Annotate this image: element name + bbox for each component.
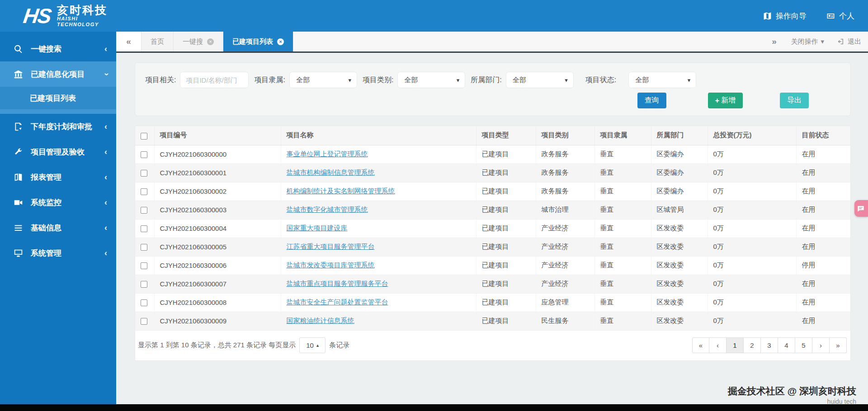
cell-department: 区发改委	[651, 256, 708, 275]
chevron-left-icon: ‹	[104, 44, 107, 54]
personal-button[interactable]: 个人	[826, 11, 854, 21]
project-name-link[interactable]: 盐城市安全生产问题处置监管平台	[287, 298, 388, 306]
tab-label: 首页	[151, 37, 164, 46]
tab-home[interactable]: 首页	[142, 32, 174, 51]
bank-icon	[14, 70, 23, 79]
filter-label-status: 项目状态:	[585, 75, 616, 85]
sidebar-item-built-info-projects[interactable]: 已建信息化项目 ‹	[0, 61, 116, 87]
chevron-left-icon: ‹	[104, 198, 107, 207]
close-operations-dropdown[interactable]: 关闭操作 ▾	[784, 32, 831, 51]
cell-project-code: CJYH2021060300007	[154, 275, 281, 293]
sidebar-item-next-year-plan[interactable]: 下年度计划和审批 ‹	[0, 114, 116, 139]
add-button[interactable]: + 新增	[708, 93, 743, 108]
page-size-select[interactable]: 10 ▴	[299, 337, 326, 353]
table-row: CJYH2021060300002 机构编制统计及实名制网络管理系统 已建项目 …	[135, 182, 850, 201]
cell-project-belong: 垂直	[594, 201, 651, 219]
project-name-link[interactable]: 盐城市重点项目服务管理服务平台	[287, 280, 388, 287]
cell-project-type: 已建项目	[476, 312, 536, 330]
cell-department: 区委编办	[651, 182, 708, 201]
column-header-invest: 总投资(万元)	[708, 126, 796, 145]
pagination-bar: 显示第 1 到第 10 条记录，总共 271 条记录 每页显示 10 ▴ 条记录…	[135, 331, 850, 360]
page-button[interactable]: 3	[761, 337, 778, 353]
caret-down-icon: ▾	[821, 37, 824, 46]
personal-label: 个人	[839, 11, 854, 21]
column-header-belong: 项目隶属	[594, 126, 651, 145]
cell-investment: 0万	[708, 293, 796, 312]
cell-project-type: 已建项目	[476, 182, 536, 201]
tabs-scroll-right-button[interactable]: »	[764, 32, 784, 51]
select-all-checkbox[interactable]	[141, 133, 147, 140]
caret-up-icon: ▴	[316, 342, 319, 348]
row-checkbox[interactable]	[141, 207, 147, 214]
project-name-link[interactable]: 盐城市数字化城市管理系统	[287, 206, 368, 213]
operation-guide-button[interactable]: 操作向导	[763, 11, 807, 21]
row-checkbox[interactable]	[141, 262, 147, 269]
floating-feedback-button[interactable]	[854, 200, 868, 217]
sidebar-item-project-management[interactable]: 项目管理及验收 ‹	[0, 139, 116, 164]
cell-status: 在用	[796, 163, 850, 182]
row-checkbox[interactable]	[141, 151, 147, 158]
query-button[interactable]: 查询	[637, 93, 666, 108]
filter-label-belong: 项目隶属:	[254, 75, 285, 85]
logo-name-en-2: TECHNOLOGY	[57, 22, 108, 28]
page-button[interactable]: 4	[778, 337, 795, 353]
cell-project-category: 民生服务	[536, 312, 594, 330]
project-name-link[interactable]: 国家粮油统计信息系统	[287, 317, 354, 324]
tab-close-icon[interactable]: ×	[277, 38, 284, 45]
app-window: HS 亥时科技 HAISHI TECHNOLOGY 操作向导 个人 一键搜索	[0, 0, 868, 411]
cell-department: 区委编办	[651, 145, 708, 163]
book-icon	[14, 173, 23, 182]
row-checkbox[interactable]	[141, 244, 147, 251]
cell-status: 在用	[796, 293, 850, 312]
project-name-link[interactable]: 事业单位网上登记管理系统	[287, 150, 368, 158]
cell-project-belong: 垂直	[594, 275, 651, 293]
page-button[interactable]: 5	[795, 337, 812, 353]
page-button[interactable]: »	[830, 337, 847, 353]
project-belong-select[interactable]: 全部 ▾	[289, 72, 357, 88]
project-name-link[interactable]: 国家重大项目建设库	[287, 224, 348, 232]
sidebar-item-report-management[interactable]: 报表管理 ‹	[0, 164, 116, 190]
row-checkbox[interactable]	[141, 225, 147, 232]
filter-label-related: 项目相关:	[145, 75, 176, 85]
page-button[interactable]: ›	[812, 337, 830, 353]
cell-investment: 0万	[708, 312, 796, 330]
tab-quick-search[interactable]: 一键搜 ×	[174, 32, 223, 51]
row-checkbox[interactable]	[141, 188, 147, 195]
project-category-select[interactable]: 全部 ▾	[397, 72, 465, 88]
table-row: CJYH2021060300008 盐城市安全生产问题处置监管平台 已建项目 应…	[135, 293, 850, 312]
department-select[interactable]: 全部 ▾	[506, 72, 574, 88]
cell-project-belong: 垂直	[594, 182, 651, 201]
project-search-input[interactable]	[180, 72, 249, 88]
row-checkbox[interactable]	[141, 170, 147, 177]
company-logo: HS 亥时科技 HAISHI TECHNOLOGY	[24, 4, 108, 28]
row-checkbox[interactable]	[141, 281, 147, 288]
tab-close-icon[interactable]: ×	[207, 38, 214, 45]
export-button[interactable]: 导出	[780, 93, 809, 108]
page-button[interactable]: ‹	[709, 337, 726, 353]
tab-built-project-list[interactable]: 已建项目列表 ×	[223, 32, 293, 51]
tabs-scroll-left-button[interactable]: «	[116, 32, 142, 51]
project-name-link[interactable]: 盐城市发改委项目库管理系统	[287, 261, 375, 269]
filter-panel: 项目相关: 项目隶属: 全部 ▾ 项目类别:	[135, 62, 851, 116]
project-name-link[interactable]: 盐城市机构编制信息管理系统	[287, 168, 375, 176]
sidebar-item-system-monitor[interactable]: 系统监控 ‹	[0, 190, 116, 215]
cell-project-code: CJYH2021060300002	[154, 182, 281, 201]
sidebar-item-system-management[interactable]: 系统管理 ‹	[0, 240, 116, 266]
cell-department: 区发改委	[651, 238, 708, 256]
sidebar-item-quick-search[interactable]: 一键搜索 ‹	[0, 36, 116, 61]
watermark-brand: 掘金技术社区 @ 深圳亥时科技	[728, 385, 856, 397]
table-row: CJYH2021060300003 盐城市数字化城市管理系统 已建项目 城市治理…	[135, 201, 850, 219]
row-checkbox[interactable]	[141, 318, 147, 325]
project-name-link[interactable]: 机构编制统计及实名制网络管理系统	[287, 187, 395, 195]
project-name-link[interactable]: 江苏省重大项目服务管理平台	[287, 243, 375, 250]
logout-button[interactable]: 退出	[831, 32, 868, 51]
project-status-select[interactable]: 全部 ▾	[628, 72, 696, 88]
page-button[interactable]: 2	[744, 337, 761, 353]
row-checkbox[interactable]	[141, 299, 147, 306]
sidebar-subitem-built-project-list[interactable]: 已建项目列表	[0, 87, 116, 109]
caret-down-icon: ▾	[565, 77, 568, 84]
table-row: CJYH2021060300007 盐城市重点项目服务管理服务平台 已建项目 产…	[135, 275, 850, 293]
sidebar-item-basic-info[interactable]: 基础信息 ‹	[0, 215, 116, 240]
page-button[interactable]: 1	[726, 337, 744, 353]
page-button[interactable]: «	[692, 337, 709, 353]
